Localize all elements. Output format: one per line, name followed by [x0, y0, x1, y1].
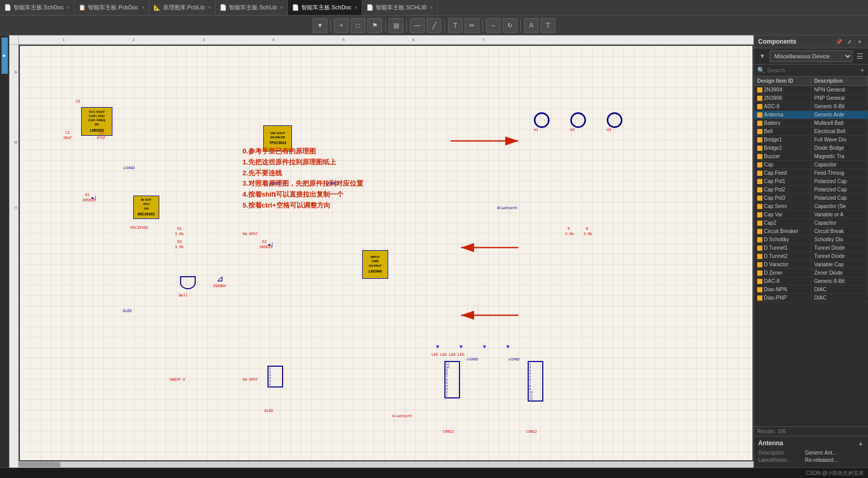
connector-oled[interactable]: 123456 [267, 366, 283, 387]
search-dropdown-icon[interactable]: ▼ [860, 68, 865, 73]
table-row[interactable]: Buzzer Magnetic Tra [754, 152, 868, 161]
tab-pcblib[interactable]: 📐 原理图库.PcbLib × [149, 0, 216, 16]
toolbar-plus-btn[interactable]: + [334, 18, 349, 33]
component-icon [757, 246, 762, 251]
schematic-scrollbar[interactable] [19, 461, 754, 468]
led-d4[interactable]: ▼ [458, 344, 464, 350]
led-d6[interactable]: ▼ [505, 344, 510, 350]
res-bl1-val: 3.9k [565, 232, 574, 236]
table-row[interactable]: Cap Pol3 Polarized Cap [754, 194, 868, 202]
detail-row-revision: LatestRevisi... Re-released... [758, 457, 864, 463]
pin-icon[interactable]: 📌 [835, 37, 843, 46]
cell-id: Buzzer [754, 152, 811, 160]
search-bar: 🔍 ▼ [754, 64, 868, 76]
label-bluetooth-2: bluetooth [392, 414, 412, 418]
detail-label-revision: LatestRevisi... [758, 457, 805, 463]
toolbar-rotate-btn[interactable]: ↻ [503, 18, 517, 33]
toolbar-t-btn[interactable]: T [541, 18, 555, 33]
resize-icon[interactable]: ⤢ [845, 37, 853, 46]
cell-id: Diac-NPN [754, 286, 811, 293]
table-row[interactable]: D Tunnel2 Tunnel Diode [754, 252, 868, 261]
panel-menu-button[interactable]: ☰ [854, 51, 865, 61]
table-row[interactable]: DAC-8 Generic 8-Bit [754, 277, 868, 286]
table-row[interactable]: Bell Electrical Bell [754, 127, 868, 136]
cell-id: Cap2 [754, 219, 811, 227]
selected-comp-header: Antenna ▲ [758, 440, 864, 447]
toolbar-pencil-btn[interactable]: ✏ [465, 18, 479, 33]
close-tab-5[interactable]: × [355, 5, 358, 10]
close-panel-icon[interactable]: × [856, 37, 864, 46]
toolbar-layer-btn[interactable]: ▤ [389, 18, 403, 33]
table-row[interactable]: Diac-NPN DIAC [754, 286, 868, 294]
filter-button[interactable]: ▼ [757, 51, 768, 61]
component-icon [757, 204, 762, 209]
table-row[interactable]: Battery Multicell Batt [754, 119, 868, 127]
table-row[interactable]: 2N3904 NPN General [754, 86, 868, 94]
connector-h3[interactable] [607, 112, 622, 128]
chip-lmd263[interactable]: VCC VOUT CAP+ OSC CAP- FREQ SD LMD263 [81, 107, 112, 136]
tab-schdoc-active[interactable]: 📄 智能车主板.SchDoc × [288, 0, 362, 16]
label-h2: H2 [570, 128, 575, 132]
cell-id: Cap Feed [754, 169, 811, 177]
schematic-canvas[interactable]: VCC VOUT CAP+ OSC CAP- FREQ SD LMD263 U1… [19, 45, 754, 468]
scrollbar-thumb[interactable] [19, 462, 60, 467]
table-row[interactable]: Bridge2 Diode Bridge [754, 144, 868, 152]
selected-comp-chevron[interactable]: ▲ [858, 440, 864, 447]
close-tab-3[interactable]: × [208, 5, 211, 10]
led-d3[interactable]: ▼ [435, 344, 440, 350]
table-row[interactable]: D Schottky Schottky Dio [754, 236, 868, 244]
table-row[interactable]: D Varactor Variable Cap [754, 261, 868, 269]
components-table[interactable]: Design Item ID Description 2N3904 NPN Ge… [754, 76, 868, 427]
table-row[interactable]: ADC-8 Generic 8-Bit [754, 102, 868, 111]
cell-desc: Feed-Throug [811, 169, 869, 177]
label-d1: D1 [85, 193, 90, 197]
table-row[interactable]: Cap Var Variable or A [754, 211, 868, 219]
tab-schdoc1[interactable]: 📄 智能车主板.SchDoc × [0, 0, 74, 16]
close-tab-6[interactable]: × [430, 5, 433, 10]
chip-lm2940[interactable]: INPUT GND OUTPUT LM2940 [362, 250, 388, 279]
toolbar-text-btn[interactable]: T [448, 18, 463, 33]
close-tab-1[interactable]: × [67, 5, 70, 10]
close-tab-4[interactable]: × [280, 5, 283, 10]
component-icon [757, 229, 762, 234]
connector-h2[interactable] [570, 112, 586, 128]
table-row[interactable]: Diac-PNP DIAC [754, 294, 868, 302]
toolbar-rect-btn[interactable]: □ [351, 18, 365, 33]
toolbar-move-btn[interactable]: ↔ [486, 18, 501, 33]
tab-schlib[interactable]: 📄 智能车主板.SchLib × [215, 0, 288, 16]
toolbar-minus-btn[interactable]: — [410, 18, 425, 33]
transistor-q1[interactable]: ⊿ [216, 274, 223, 283]
table-row[interactable]: D Tunnel1 Tunnel Diode [754, 244, 868, 252]
schematic-area[interactable]: 1 2 3 4 5 6 7 A B C VCC VOUT CAP+ [9, 35, 754, 468]
search-input[interactable] [767, 67, 858, 73]
table-row[interactable]: Antenna Generic Ante [754, 111, 868, 119]
connector-con2[interactable]: 123456789101112 [528, 361, 543, 402]
tab-schlib2[interactable]: 📄 智能车主板.SCHLIB × [362, 0, 438, 16]
close-tab-2[interactable]: × [142, 5, 145, 10]
table-row[interactable]: Cap Pol2 Polarized Cap [754, 186, 868, 194]
connector-h1[interactable] [534, 112, 550, 128]
table-row[interactable]: Cap Semi Capacitor (Se [754, 202, 868, 211]
table-row[interactable]: Bridge1 Full Wave Dio [754, 136, 868, 144]
cell-desc: Generic 8-Bit [811, 102, 869, 110]
cell-desc: Zener Diode [811, 269, 869, 277]
toolbar-flag-btn[interactable]: ⚑ [367, 18, 382, 33]
table-row[interactable]: Circuit Breaker Circuit Break [754, 227, 868, 236]
library-dropdown[interactable]: Miscellaneous Device [770, 50, 852, 62]
left-sidebar-btn[interactable]: ▶ [2, 37, 8, 74]
toolbar-line-btn[interactable]: ╱ [427, 18, 441, 33]
connector-con1[interactable]: 1110987654321 [444, 361, 460, 398]
table-row[interactable]: 2N3906 PNP General [754, 94, 868, 102]
toolbar-a-btn[interactable]: A [524, 18, 539, 33]
table-row[interactable]: Cap Feed Feed-Throug [754, 169, 868, 177]
table-row[interactable]: Cap Capacitor [754, 161, 868, 169]
table-row[interactable]: Cap Pol1 Polarized Cap [754, 177, 868, 186]
table-row[interactable]: D Zener Zener Diode [754, 269, 868, 277]
toolbar-filter-btn[interactable]: ▼ [313, 18, 327, 33]
chip-mic29302[interactable]: IN OUT ADJ GR MIC29302 [133, 196, 159, 219]
res-3.9k: 3.9k [175, 232, 184, 236]
bell-ls1[interactable] [180, 276, 196, 289]
table-row[interactable]: Cap2 Capacitor [754, 219, 868, 227]
tab-pcbdoc[interactable]: 📋 智能车主板.PcbDoc × [74, 0, 149, 16]
led-d5[interactable]: ▼ [482, 344, 487, 350]
